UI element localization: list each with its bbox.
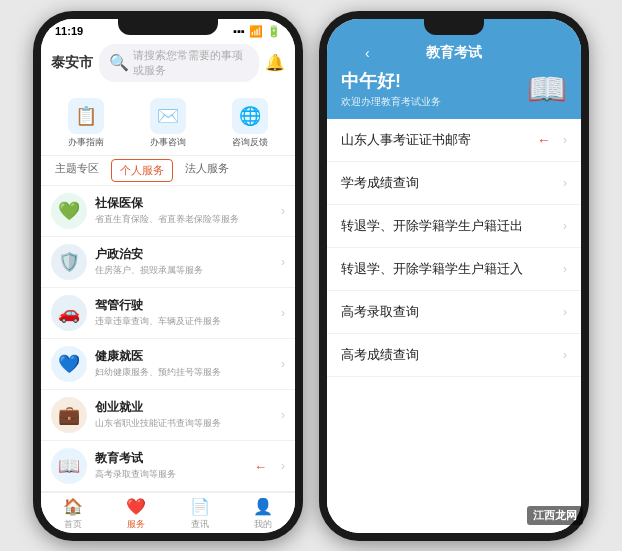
social-insurance-desc: 省直生育保险、省直养老保险等服务 (95, 213, 273, 226)
right-service-gaokao-score[interactable]: 高考成绩查询 › (327, 334, 581, 377)
battery-icon: 🔋 (267, 25, 281, 38)
right-service-mail-label: 山东人事考证证书邮寄 (341, 131, 471, 149)
right-chevron-icon: › (563, 262, 567, 276)
education-title: 教育考试 (95, 450, 273, 467)
police-text: 户政治安 住房落户、损毁承属等服务 (95, 246, 273, 277)
service-nav-icon: ❤️ (126, 497, 146, 516)
chevron-icon: › (281, 408, 285, 422)
service-education[interactable]: 📖 教育考试 高考录取查询等服务 ← › (41, 441, 295, 492)
consult-icon: ✉️ (150, 98, 186, 134)
left-status-icons: ▪▪▪ 📶 🔋 (233, 25, 281, 38)
nav-query[interactable]: 📄 查讯 (168, 497, 232, 531)
quick-icon-guide[interactable]: 📋 办事指南 (68, 98, 104, 149)
service-police[interactable]: 🛡️ 户政治安 住房落户、损毁承属等服务 › (41, 237, 295, 288)
tab-theme[interactable]: 主题专区 (47, 156, 107, 185)
education-icon: 📖 (51, 448, 87, 484)
social-insurance-icon: 💚 (51, 193, 87, 229)
education-text: 教育考试 高考录取查询等服务 (95, 450, 273, 481)
back-arrow-icon[interactable]: ‹ (365, 45, 370, 61)
left-header: 泰安市 🔍 请搜索您常需要的事项或服务 🔔 (41, 40, 295, 92)
guide-icon: 📋 (68, 98, 104, 134)
query-icon: 📄 (190, 497, 210, 516)
right-service-transfer-in[interactable]: 转退学、开除学籍学生户籍迁入 › (327, 248, 581, 291)
service-employment[interactable]: 💼 创业就业 山东省职业技能证书查询等服务 › (41, 390, 295, 441)
nav-profile[interactable]: 👤 我的 (232, 497, 296, 531)
employment-icon: 💼 (51, 397, 87, 433)
health-title: 健康就医 (95, 348, 273, 365)
driving-text: 驾管行驶 违章违章查询、车辆及证件服务 (95, 297, 273, 328)
right-service-mail[interactable]: 山东人事考证证书邮寄 ← › (327, 119, 581, 162)
right-service-gaokao-score-label: 高考成绩查询 (341, 346, 419, 364)
employment-title: 创业就业 (95, 399, 273, 416)
quick-icon-feedback[interactable]: 🌐 咨询反馈 (232, 98, 268, 149)
right-service-transfer-out-label: 转退学、开除学籍学生户籍迁出 (341, 217, 523, 235)
guide-label: 办事指南 (68, 136, 104, 149)
chevron-icon: › (281, 459, 285, 473)
wifi-icon: 📶 (249, 25, 263, 38)
social-insurance-title: 社保医保 (95, 195, 273, 212)
bell-icon[interactable]: 🔔 (265, 53, 285, 72)
right-service-gaokao-admission-label: 高考录取查询 (341, 303, 419, 321)
right-header: ‹ 教育考试 中午好! 欢迎办理教育考试业务 📖 (327, 37, 581, 119)
profile-icon: 👤 (253, 497, 273, 516)
chevron-icon: › (281, 204, 285, 218)
search-bar[interactable]: 🔍 请搜索您常需要的事项或服务 (99, 44, 259, 82)
profile-label: 我的 (254, 518, 272, 531)
greeting-main: 中午好! (341, 69, 441, 93)
bottom-nav: 🏠 首页 ❤️ 服务 📄 查讯 👤 我的 (41, 492, 295, 533)
right-chevron-icon: › (563, 176, 567, 190)
city-name: 泰安市 (51, 54, 93, 72)
tab-corporate[interactable]: 法人服务 (177, 156, 237, 185)
right-notch (424, 19, 484, 35)
feedback-icon: 🌐 (232, 98, 268, 134)
consult-label: 办事咨询 (150, 136, 186, 149)
quick-icon-consult[interactable]: ✉️ 办事咨询 (150, 98, 186, 149)
right-nav-row: ‹ 教育考试 (341, 43, 567, 63)
chevron-icon: › (281, 357, 285, 371)
tab-personal[interactable]: 个人服务 (111, 159, 173, 182)
home-icon: 🏠 (63, 497, 83, 516)
right-service-score-label: 学考成绩查询 (341, 174, 419, 192)
driving-title: 驾管行驶 (95, 297, 273, 314)
tabs-row: 主题专区 个人服务 法人服务 (41, 156, 295, 186)
query-label: 查讯 (191, 518, 209, 531)
right-chevron-icon: › (563, 348, 567, 362)
right-chevron-icon: › (563, 305, 567, 319)
left-notch (118, 19, 218, 35)
health-icon: 💙 (51, 346, 87, 382)
right-page-title: 教育考试 (426, 44, 482, 62)
home-label: 首页 (64, 518, 82, 531)
service-driving[interactable]: 🚗 驾管行驶 违章违章查询、车辆及证件服务 › (41, 288, 295, 339)
search-placeholder-text: 请搜索您常需要的事项或服务 (133, 48, 249, 78)
right-service-transfer-in-label: 转退学、开除学籍学生户籍迁入 (341, 260, 523, 278)
health-text: 健康就医 妇幼健康服务、预约挂号等服务 (95, 348, 273, 379)
book-decoration-icon: 📖 (527, 70, 567, 108)
right-chevron-icon: › (563, 219, 567, 233)
right-chevron-icon: › (563, 133, 567, 147)
police-icon: 🛡️ (51, 244, 87, 280)
right-screen: ‹ 教育考试 中午好! 欢迎办理教育考试业务 📖 山东人事考证证书邮寄 ← › … (327, 19, 581, 533)
education-desc: 高考录取查询等服务 (95, 468, 273, 481)
health-desc: 妇幼健康服务、预约挂号等服务 (95, 366, 273, 379)
signal-icon: ▪▪▪ (233, 25, 245, 37)
right-service-transfer-out[interactable]: 转退学、开除学籍学生户籍迁出 › (327, 205, 581, 248)
watermark: 江西龙网 (527, 506, 583, 525)
right-phone: ‹ 教育考试 中午好! 欢迎办理教育考试业务 📖 山东人事考证证书邮寄 ← › … (319, 11, 589, 541)
employment-desc: 山东省职业技能证书查询等服务 (95, 417, 273, 430)
driving-icon: 🚗 (51, 295, 87, 331)
social-insurance-text: 社保医保 省直生育保险、省直养老保险等服务 (95, 195, 273, 226)
service-health[interactable]: 💙 健康就医 妇幼健康服务、预约挂号等服务 › (41, 339, 295, 390)
chevron-icon: › (281, 306, 285, 320)
greeting-text-block: 中午好! 欢迎办理教育考试业务 (341, 69, 441, 109)
right-service-score[interactable]: 学考成绩查询 › (327, 162, 581, 205)
right-service-gaokao-admission[interactable]: 高考录取查询 › (327, 291, 581, 334)
service-list: 💚 社保医保 省直生育保险、省直养老保险等服务 › 🛡️ 户政治安 住房落户、损… (41, 186, 295, 492)
feedback-label: 咨询反馈 (232, 136, 268, 149)
right-service-list: 山东人事考证证书邮寄 ← › 学考成绩查询 › 转退学、开除学籍学生户籍迁出 ›… (327, 119, 581, 533)
driving-desc: 违章违章查询、车辆及证件服务 (95, 315, 273, 328)
service-social-insurance[interactable]: 💚 社保医保 省直生育保险、省直养老保险等服务 › (41, 186, 295, 237)
nav-service[interactable]: ❤️ 服务 (105, 497, 169, 531)
nav-home[interactable]: 🏠 首页 (41, 497, 105, 531)
left-phone: 11:19 ▪▪▪ 📶 🔋 泰安市 🔍 请搜索您常需要的事项或服务 🔔 📋 (33, 11, 303, 541)
left-time: 11:19 (55, 25, 83, 37)
